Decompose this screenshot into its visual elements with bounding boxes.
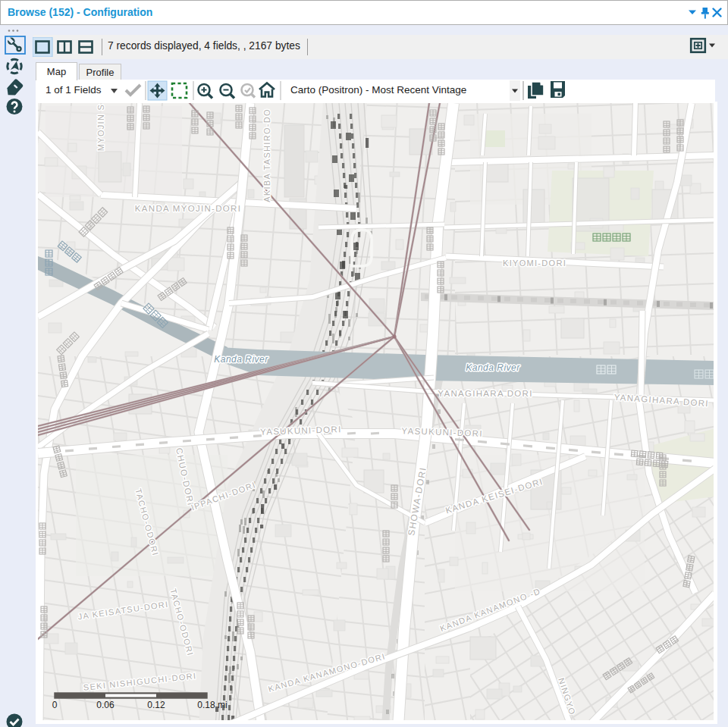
svg-text:0.12: 0.12 (147, 700, 165, 710)
svg-text:YANAGIHARA DORI: YANAGIHARA DORI (438, 389, 532, 398)
svg-text:0.18 mi: 0.18 mi (197, 700, 227, 710)
svg-text:KANDA MYOJIN-DORI: KANDA MYOJIN-DORI (135, 204, 241, 213)
svg-text:Kanda River: Kanda River (214, 354, 268, 365)
svg-text:AKIBA TASHIRO-DO: AKIBA TASHIRO-DO (262, 108, 271, 202)
svg-text:0.06: 0.06 (96, 700, 115, 710)
svg-text:0: 0 (52, 700, 58, 710)
svg-text:KIYOMI-DORI: KIYOMI-DORI (503, 259, 566, 268)
svg-text:MYOJIN S: MYOJIN S (96, 104, 105, 151)
svg-text:Kanda River: Kanda River (466, 362, 520, 373)
